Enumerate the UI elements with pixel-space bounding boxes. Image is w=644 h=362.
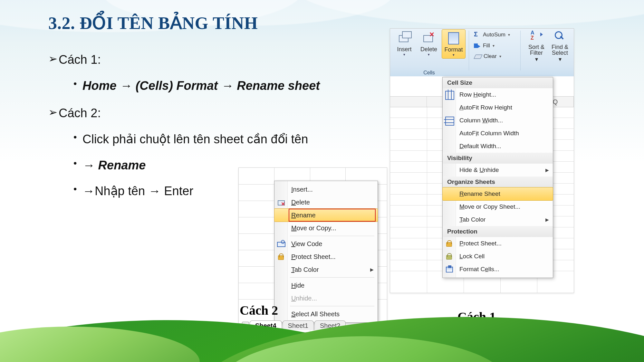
menu-protect-sheet[interactable]: Protect Sheet... bbox=[443, 237, 553, 250]
illustration-format-dropdown: Insert▾ Delete▾ Format▾ Cells AutoSum▾ F… bbox=[390, 28, 574, 293]
menu-hide-unhide[interactable]: Hide & Unhide▶ bbox=[443, 164, 553, 176]
bullet-method2: ➢ Cách 2: bbox=[48, 104, 320, 123]
ribbon-find-button[interactable]: Find &Select▾ bbox=[549, 31, 571, 63]
slide-title: 3.2. ĐỔI TÊN BẢNG TÍNH bbox=[48, 13, 258, 33]
menu-default-width[interactable]: Default Width... bbox=[443, 140, 553, 153]
submenu-arrow-icon: ▶ bbox=[370, 263, 374, 276]
find-icon bbox=[553, 31, 566, 43]
menu-protect[interactable]: Protect Sheet... bbox=[274, 250, 378, 263]
bullet-text: Cách 1: bbox=[59, 50, 101, 69]
row-height-icon bbox=[445, 91, 454, 100]
ribbon-group-cells: Cells bbox=[393, 70, 466, 76]
delete-icon bbox=[277, 198, 285, 206]
caption-method2: Cách 2 bbox=[240, 303, 278, 318]
ribbon: Insert▾ Delete▾ Format▾ Cells AutoSum▾ F… bbox=[390, 29, 574, 76]
format-icon bbox=[446, 31, 461, 46]
bullet-text: Cách 2: bbox=[59, 104, 101, 123]
dot-icon: • bbox=[73, 182, 82, 197]
ribbon-sort-button[interactable]: Sort &Filter▾ bbox=[525, 31, 547, 63]
menu-move[interactable]: Move or Copy... bbox=[274, 222, 378, 234]
menu-column-width[interactable]: Column Width... bbox=[443, 114, 553, 127]
menu-row-height[interactable]: Row Height... bbox=[443, 88, 553, 101]
menu-insert[interactable]: IInsert...nsert... bbox=[274, 183, 378, 196]
bullet-text: → Rename bbox=[82, 156, 146, 175]
lock-cell-icon bbox=[445, 252, 453, 260]
menu-lock-cell[interactable]: Lock Cell bbox=[443, 250, 553, 263]
ribbon-clear[interactable]: Clear▾ bbox=[474, 53, 501, 60]
fill-icon bbox=[474, 42, 481, 49]
ribbon-sort-find: Sort &Filter▾ Find &Select▾ bbox=[525, 31, 571, 63]
format-dropdown: Cell Size Row Height... AutoFit Row Heig… bbox=[442, 77, 553, 278]
menu-tab-color[interactable]: Tab Color▶ bbox=[443, 213, 553, 226]
column-width-icon bbox=[445, 117, 454, 126]
dot-icon: • bbox=[73, 76, 82, 91]
bullet-method1: ➢ Cách 1: bbox=[48, 50, 320, 69]
bullet-text: Home → (Cells) Format → Rename sheet bbox=[82, 76, 320, 95]
menu-rename[interactable]: Rename bbox=[274, 209, 378, 222]
menu-autofit-row[interactable]: AutoFit Row Height bbox=[443, 101, 553, 114]
slide: 3.2. ĐỔI TÊN BẢNG TÍNH ➢ Cách 1: • Home … bbox=[0, 0, 644, 362]
menu-autofit-column[interactable]: AutoFit Column Width bbox=[443, 127, 553, 140]
format-cells-icon bbox=[445, 265, 453, 273]
insert-icon bbox=[397, 31, 412, 45]
menu-select-all[interactable]: Select All Sheets bbox=[274, 308, 378, 320]
menu-unhide: Unhide... bbox=[274, 292, 378, 305]
sheet-context-menu: IInsert...nsert... Delete Rename Move or… bbox=[274, 181, 378, 323]
sigma-icon bbox=[474, 31, 481, 38]
menu-format-cells[interactable]: Format Cells... bbox=[443, 263, 553, 276]
menu-section: Visibility bbox=[443, 153, 553, 164]
ribbon-insert-button[interactable]: Insert▾ bbox=[393, 31, 416, 57]
bullet-text: Click phải chuột lên tên sheet cần đổi t… bbox=[82, 130, 308, 149]
bullet-text: →Nhập tên → Enter bbox=[82, 182, 193, 201]
delete-icon bbox=[421, 31, 436, 45]
menu-rename-sheet[interactable]: Rename Sheet bbox=[443, 187, 553, 200]
ribbon-fill[interactable]: Fill▾ bbox=[474, 42, 495, 49]
menu-section: Organize Sheets bbox=[443, 176, 553, 187]
bullet-method2-step1: • Click phải chuột lên tên sheet cần đổi… bbox=[48, 130, 320, 149]
view-code-icon bbox=[277, 240, 285, 248]
menu-section: Cell Size bbox=[443, 77, 553, 88]
ribbon-format-button[interactable]: Format▾ bbox=[442, 29, 466, 59]
ribbon-delete-button[interactable]: Delete▾ bbox=[417, 31, 440, 57]
bullet-method1-step: • Home → (Cells) Format → Rename sheet bbox=[48, 76, 320, 95]
sheet-tab[interactable]: Sheet1 bbox=[283, 320, 314, 330]
submenu-arrow-icon: ▶ bbox=[545, 213, 549, 226]
chevron-icon: ➢ bbox=[48, 104, 59, 121]
menu-delete[interactable]: Delete bbox=[274, 196, 378, 209]
menu-section: Protection bbox=[443, 226, 553, 237]
menu-move-sheet[interactable]: Move or Copy Sheet... bbox=[443, 200, 553, 213]
chevron-icon: ➢ bbox=[48, 50, 59, 67]
menu-hide[interactable]: Hide bbox=[274, 279, 378, 292]
col-header[interactable] bbox=[390, 97, 427, 107]
dot-icon: • bbox=[73, 130, 82, 145]
menu-tab-color[interactable]: Tab Color▶ bbox=[274, 263, 378, 276]
lock-icon bbox=[277, 253, 285, 261]
submenu-arrow-icon: ▶ bbox=[545, 164, 549, 176]
ribbon-autosum[interactable]: AutoSum▾ bbox=[474, 31, 510, 38]
lock-icon bbox=[445, 240, 453, 247]
menu-view-code[interactable]: View Code bbox=[274, 237, 378, 250]
dot-icon: • bbox=[73, 156, 82, 171]
clear-icon bbox=[474, 53, 482, 60]
